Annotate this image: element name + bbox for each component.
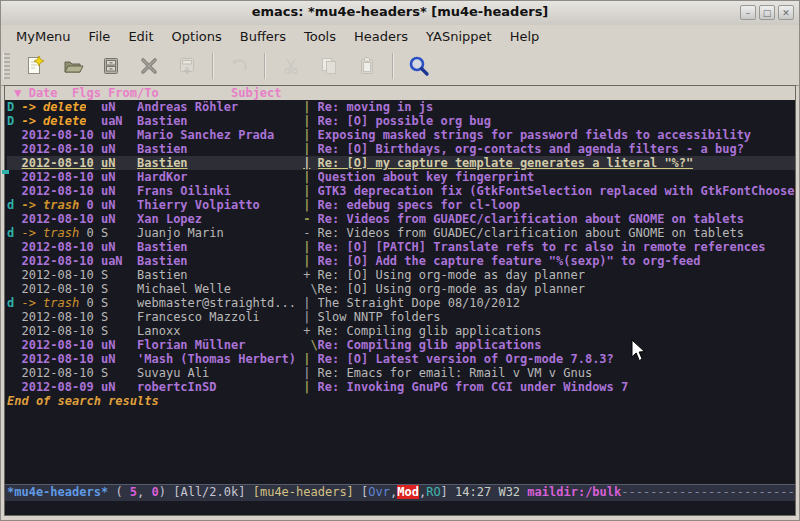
message-row[interactable]: 2012-08-10SBastien+Re: [O] Using org-mod…	[7, 268, 795, 282]
row-subject: Re: Compiling glib applications	[318, 338, 542, 352]
thread-separator: |	[303, 352, 317, 366]
row-mark	[7, 310, 21, 324]
menu-tools[interactable]: Tools	[295, 27, 345, 46]
row-from: Andreas Röhler	[137, 100, 303, 114]
modeline-segment: *mu4e-headers*	[7, 485, 108, 499]
message-row[interactable]: d-> trash 0uNThierry Volpiatto|Re: edebu…	[7, 198, 795, 212]
menu-options[interactable]: Options	[163, 27, 231, 46]
row-date-extra: 0	[79, 296, 93, 310]
headers-column-header[interactable]: ▼ Date Flgs From/To Subject	[5, 86, 795, 100]
row-subject: Re: Videos from GUADEC/clarification abo…	[318, 226, 744, 240]
menu-headers[interactable]: Headers	[345, 27, 417, 46]
message-row[interactable]: 2012-08-10SSuvayu Ali|Re: Emacs for emai…	[7, 366, 795, 380]
row-mark	[7, 142, 21, 156]
row-flags: uN	[101, 380, 137, 394]
message-row[interactable]: D-> deleteuaNBastien|Re: [O] possible or…	[7, 114, 795, 128]
row-mark-action: -> trash	[21, 226, 79, 240]
message-row[interactable]: 2012-08-10uNBastien|Re: [O] my capture t…	[7, 156, 795, 170]
undo-icon	[224, 52, 254, 80]
toolbar-separator	[264, 53, 266, 79]
message-row[interactable]: 2012-08-10uNFlorian Müllner \Re: Compili…	[7, 338, 795, 352]
row-subject: Re: Invoking GnuPG from CGI under Window…	[318, 380, 629, 394]
message-row[interactable]: 2012-08-10uNMario Sanchez Prada|Exposing…	[7, 128, 795, 142]
row-flags: uN	[101, 352, 137, 366]
menu-edit[interactable]: Edit	[119, 27, 162, 46]
row-date-value: 2012-08-10	[21, 366, 93, 380]
row-date: 2012-08-10	[21, 352, 100, 366]
echo-area	[5, 501, 795, 515]
menu-help[interactable]: Help	[501, 27, 549, 46]
delete-icon[interactable]	[134, 52, 164, 80]
row-date-extra: 0	[79, 226, 93, 240]
row-date-value: 2012-08-10	[21, 240, 93, 254]
row-mark-action: -> delete	[21, 114, 86, 128]
row-subject: Re: [O] Using org-mode as day planner	[318, 282, 585, 296]
thread-separator: |	[303, 142, 317, 156]
row-flags: uN	[101, 156, 137, 170]
row-subject: Re: [O] Birthdays, org-contacts and agen…	[318, 142, 744, 156]
message-row[interactable]: 2012-08-10uNFrans Oilinki|GTK3 deprecati…	[7, 184, 795, 198]
row-mark: d	[7, 226, 21, 240]
save-icon[interactable]	[96, 52, 126, 80]
mode-line: *mu4e-headers* ( 5, 0) [All/2.0k] [mu4e-…	[5, 484, 795, 501]
row-date-value: 2012-08-10	[21, 170, 93, 184]
message-row[interactable]: 2012-08-10SFrancesco Mazzoli|Slow NNTP f…	[7, 310, 795, 324]
search-icon[interactable]	[404, 52, 434, 80]
message-row[interactable]: d-> trash 0SJuanjo Marin-Re: Videos from…	[7, 226, 795, 240]
end-of-results-text: End of search results	[5, 394, 795, 408]
row-mark	[7, 352, 21, 366]
thread-separator: |	[303, 184, 317, 198]
message-row[interactable]: 2012-08-10uNXan Lopez-Re: Videos from GU…	[7, 212, 795, 226]
text-cursor	[2, 170, 9, 174]
open-icon[interactable]	[58, 52, 88, 80]
thread-separator: \	[303, 282, 317, 296]
row-flags: uN	[101, 338, 137, 352]
row-date-value: 2012-08-10	[21, 212, 93, 226]
message-row[interactable]: 2012-08-10uNBastien|Re: [O] [PATCH] Tran…	[7, 240, 795, 254]
message-row[interactable]: 2012-08-10uNHardKor|Question about key f…	[7, 170, 795, 184]
message-row[interactable]: 2012-08-10uaNBastien|Re: [O] Add the cap…	[7, 254, 795, 268]
menu-mymenu[interactable]: MyMenu	[7, 27, 80, 46]
row-mark: d	[7, 296, 21, 310]
thread-separator: +	[303, 324, 317, 338]
new-file-icon[interactable]	[20, 52, 50, 80]
row-mark-action: -> trash	[21, 296, 79, 310]
row-date-value: 2012-08-10	[21, 282, 93, 296]
menu-yasnippet[interactable]: YASnippet	[417, 27, 501, 46]
row-flags: S	[101, 310, 137, 324]
row-mark	[7, 366, 21, 380]
menu-file[interactable]: File	[80, 27, 120, 46]
message-row[interactable]: 2012-08-09uNrobertcInSD|Re: Invoking Gnu…	[7, 380, 795, 394]
row-mark	[7, 380, 21, 394]
row-mark	[7, 254, 21, 268]
thread-separator: \	[303, 338, 317, 352]
row-subject: Re: Compiling glib applications	[318, 324, 542, 338]
row-mark: D	[7, 114, 21, 128]
toolbar-drag-handle[interactable]	[3, 53, 10, 79]
message-row[interactable]: D-> deleteuNAndreas Röhler|Re: moving in…	[7, 100, 795, 114]
row-subject: Re: [O] Latest version of Org-mode 7.8.3…	[318, 352, 614, 366]
minimize-button[interactable]: –	[740, 5, 756, 20]
toolbar-separator	[212, 53, 214, 79]
row-date: -> delete	[21, 114, 100, 128]
thread-separator: |	[303, 156, 317, 170]
thread-separator: |	[303, 114, 317, 128]
row-date: 2012-08-10	[21, 282, 100, 296]
message-row[interactable]: 2012-08-10SMichael Welle \Re: [O] Using …	[7, 282, 795, 296]
title-bar[interactable]: emacs: *mu4e-headers* [mu4e-headers] – □…	[1, 1, 799, 26]
row-date: 2012-08-10	[21, 254, 100, 268]
row-flags: uN	[101, 240, 137, 254]
thread-separator: -	[303, 226, 317, 240]
row-mark-action: -> trash	[21, 198, 79, 212]
maximize-button[interactable]: □	[759, 5, 775, 20]
message-row[interactable]: 2012-08-10uN'Mash (Thomas Herbert)|Re: […	[7, 352, 795, 366]
message-row[interactable]: d-> trash 0Swebmaster@straightd...|The S…	[7, 296, 795, 310]
close-button[interactable]: ✕	[778, 5, 794, 20]
row-from: robertcInSD	[137, 380, 303, 394]
row-from: Francesco Mazzoli	[137, 310, 303, 324]
menu-buffers[interactable]: Buffers	[231, 27, 295, 46]
message-row[interactable]: 2012-08-10uNBastien|Re: [O] Birthdays, o…	[7, 142, 795, 156]
modeline-segment: maildir:/bulk	[527, 485, 621, 499]
row-flags: uaN	[101, 114, 137, 128]
message-row[interactable]: 2012-08-10SLanoxx+Re: Compiling glib app…	[7, 324, 795, 338]
